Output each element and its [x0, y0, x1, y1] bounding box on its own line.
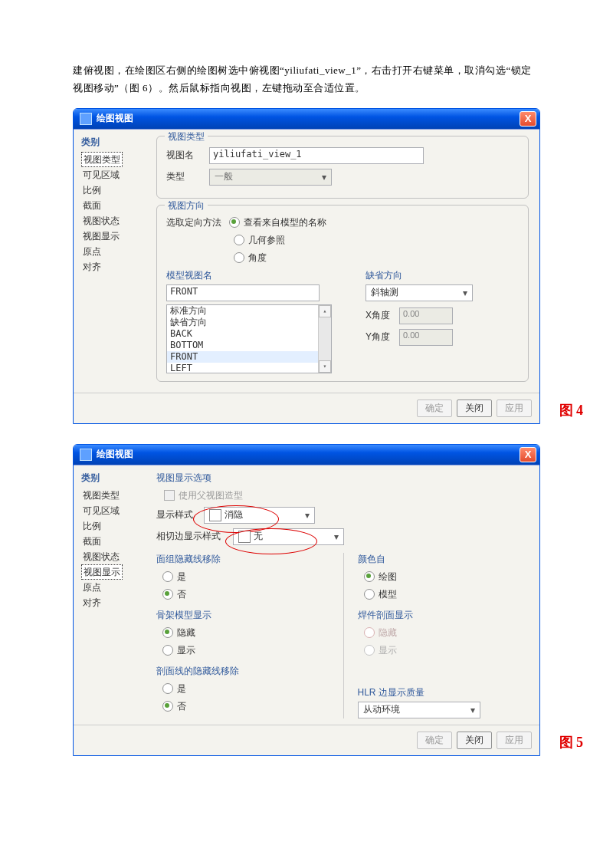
- dialog-title: 绘图视图: [97, 112, 520, 125]
- group-view-direction: 视图方向: [165, 199, 208, 212]
- app-icon: [80, 449, 92, 461]
- radio-weld-hide: [364, 627, 375, 638]
- drawing-view-dialog-1: 绘图视图 X 类别 视图类型 可见区域 比例 截面 视图状态 视图显示 原点 对…: [73, 108, 540, 424]
- sidebar-item-scale[interactable]: 比例: [81, 182, 150, 198]
- list-item[interactable]: BACK: [167, 328, 331, 340]
- viewname-input[interactable]: yiliufati_view_1: [209, 147, 424, 164]
- viewname-label: 视图名: [166, 149, 209, 162]
- hlr-combo[interactable]: 从动环境 ▾: [358, 702, 480, 718]
- radio-model-name-label: 查看来自模型的名称: [244, 216, 326, 229]
- button-bar: 确定 关闭 应用: [74, 725, 539, 755]
- apply-button[interactable]: 应用: [497, 732, 532, 749]
- default-dir-value: 斜轴测: [371, 286, 398, 299]
- chevron-down-icon: ▾: [319, 172, 329, 182]
- type-combo[interactable]: 一般 ▾: [209, 169, 332, 186]
- sidebar-item-origin[interactable]: 原点: [81, 580, 150, 595]
- scroll-down-icon[interactable]: ▾: [319, 360, 331, 373]
- type-value: 一般: [215, 170, 233, 183]
- list-item[interactable]: LEFT: [167, 363, 331, 373]
- hlr-value: 从动环境: [363, 703, 400, 716]
- sidebar-item-align[interactable]: 对齐: [81, 259, 150, 275]
- sidebar-item-view-state[interactable]: 视图状态: [81, 213, 150, 229]
- radio-no-2[interactable]: [162, 701, 173, 712]
- radio-model-label: 模型: [379, 588, 397, 601]
- radio-yes-2-label: 是: [177, 682, 186, 695]
- radio-drawing-label: 绘图: [379, 570, 397, 584]
- sidebar-item-view-display[interactable]: 视图显示: [81, 564, 123, 580]
- radio-yes-2[interactable]: [162, 683, 173, 694]
- radio-show[interactable]: [162, 645, 173, 656]
- y-angle-label: Y角度: [366, 330, 399, 344]
- radio-drawing[interactable]: [364, 571, 375, 582]
- y-angle-input[interactable]: 0.00: [399, 329, 453, 346]
- type-label: 类型: [166, 170, 209, 183]
- sidebar-item-origin[interactable]: 原点: [81, 244, 150, 259]
- radio-hide[interactable]: [162, 627, 173, 638]
- default-dir-combo[interactable]: 斜轴测 ▾: [366, 284, 473, 301]
- radio-weld-show-label: 显示: [379, 644, 397, 657]
- list-item[interactable]: 缺省方向: [167, 317, 331, 328]
- sidebar-item-visible-area[interactable]: 可见区域: [81, 167, 150, 182]
- sidebar-item-visible-area[interactable]: 可见区域: [81, 503, 150, 518]
- radio-geom-ref[interactable]: [234, 235, 244, 245]
- body-text: 建俯视图，在绘图区右侧的绘图树选中俯视图“yiliufati_view_1”，右…: [73, 61, 540, 97]
- figure-label-4: 图 4: [559, 401, 584, 419]
- radio-no[interactable]: [162, 589, 173, 600]
- sidebar-heading: 类别: [81, 136, 150, 149]
- ok-button[interactable]: 确定: [417, 732, 452, 749]
- group-view-type: 视图类型: [165, 130, 208, 143]
- use-parent-checkbox: [164, 490, 175, 501]
- drawing-view-dialog-2: 绘图视图 X 类别 视图类型 可见区域 比例 截面 视图状态 视图显示 原点 对…: [73, 444, 540, 756]
- radio-angle-label: 角度: [248, 252, 267, 265]
- category-sidebar: 类别 视图类型 可见区域 比例 截面 视图状态 视图显示 原点 对齐: [74, 465, 150, 725]
- radio-no-2-label: 否: [177, 700, 186, 713]
- sidebar-item-section[interactable]: 截面: [81, 198, 150, 213]
- ok-button[interactable]: 确定: [417, 399, 452, 417]
- chevron-down-icon: ▾: [460, 288, 470, 298]
- sidebar-item-scale[interactable]: 比例: [81, 518, 150, 534]
- close-button[interactable]: 关闭: [457, 732, 492, 749]
- sidebar-item-align[interactable]: 对齐: [81, 595, 150, 610]
- color-from-label: 颜色自: [358, 553, 529, 566]
- list-item[interactable]: 标准方向: [167, 305, 331, 317]
- sidebar-item-view-state[interactable]: 视图状态: [81, 549, 150, 564]
- model-view-input[interactable]: FRONT: [166, 284, 320, 301]
- close-icon[interactable]: X: [520, 447, 536, 462]
- radio-model[interactable]: [364, 589, 375, 600]
- weld-section-label: 焊件剖面显示: [358, 609, 529, 622]
- radio-show-label: 显示: [177, 644, 195, 657]
- use-parent-label: 使用父视图造型: [179, 489, 243, 502]
- app-icon: [80, 113, 92, 125]
- scroll-up-icon[interactable]: ▴: [319, 305, 331, 317]
- category-sidebar: 类别 视图类型 可见区域 比例 截面 视图状态 视图显示 原点 对齐: [74, 130, 150, 393]
- radio-yes[interactable]: [162, 571, 173, 582]
- sidebar-item-section[interactable]: 截面: [81, 534, 150, 549]
- close-icon[interactable]: X: [520, 111, 536, 127]
- titlebar[interactable]: 绘图视图 X: [74, 109, 539, 129]
- x-angle-input[interactable]: 0.00: [399, 307, 453, 324]
- figure-label-5: 图 5: [559, 733, 584, 751]
- radio-no-label: 否: [177, 588, 186, 601]
- group-display-options: 视图显示选项: [156, 472, 529, 485]
- chevron-down-icon: ▾: [331, 531, 342, 542]
- radio-angle[interactable]: [234, 252, 244, 263]
- list-item[interactable]: FRONT: [167, 351, 331, 363]
- apply-button[interactable]: 应用: [497, 399, 532, 417]
- scrollbar[interactable]: ▴ ▾: [318, 305, 331, 373]
- model-view-list[interactable]: 标准方向 缺省方向 BACK BOTTOM FRONT LEFT ▴: [166, 304, 332, 373]
- sidebar-item-view-type[interactable]: 视图类型: [81, 488, 150, 503]
- titlebar[interactable]: 绘图视图 X: [74, 445, 539, 465]
- close-button[interactable]: 关闭: [457, 399, 492, 417]
- radio-model-name[interactable]: [229, 217, 240, 228]
- radio-geom-ref-label: 几何参照: [248, 234, 285, 247]
- sidebar-item-view-type[interactable]: 视图类型: [81, 152, 123, 167]
- face-hidden-label: 面组隐藏线移除: [156, 553, 328, 566]
- default-dir-label: 缺省方向: [366, 269, 519, 282]
- radio-hide-label: 隐藏: [177, 626, 195, 639]
- chevron-down-icon: ▾: [302, 510, 313, 521]
- radio-yes-label: 是: [177, 570, 186, 584]
- radio-weld-hide-label: 隐藏: [379, 626, 397, 639]
- list-item[interactable]: BOTTOM: [167, 340, 331, 351]
- button-bar: 确定 关闭 应用: [74, 393, 539, 423]
- sidebar-item-view-display[interactable]: 视图显示: [81, 229, 150, 244]
